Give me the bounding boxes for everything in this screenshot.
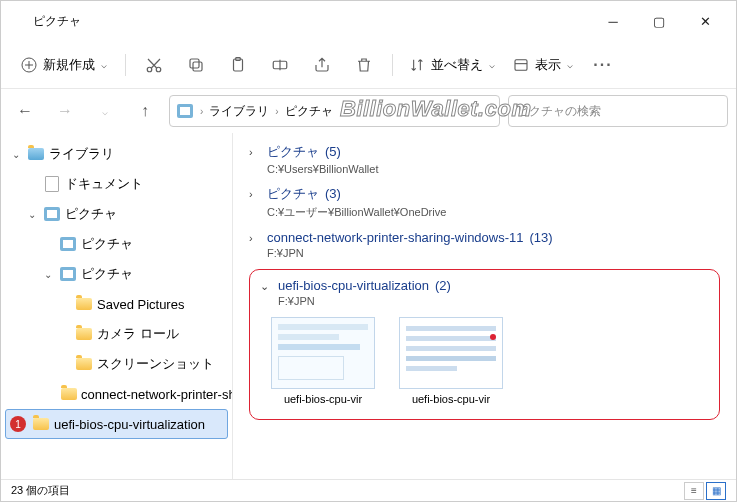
plus-circle-icon (21, 57, 37, 73)
chevron-right-icon: › (249, 146, 261, 158)
chevron-down-icon: ⌄ (9, 149, 23, 160)
chevron-down-icon: ⌄ (260, 280, 272, 293)
chevron-right-icon: › (249, 188, 261, 200)
app-icon (9, 13, 25, 29)
new-button[interactable]: 新規作成 ⌵ (13, 52, 115, 78)
status-bar: 23 個の項目 ≡ ▦ (1, 479, 736, 501)
nav-row: ← → ⌵ ↑ › ライブラリ › ピクチャ BillionWallet.com… (1, 89, 736, 133)
chevron-down-icon: ⌵ (489, 59, 495, 70)
group-uefi-bios[interactable]: ⌄uefi-bios-cpu-virtualization (2) F:¥JPN… (249, 269, 720, 420)
tree-screenshots[interactable]: スクリーンショット (1, 349, 232, 379)
content-pane: ›ピクチャ (5) C:¥Users¥BillionWallet ›ピクチャ (… (233, 133, 736, 479)
tree-pictures-sub2[interactable]: ⌄ピクチャ (1, 259, 232, 289)
file-name: uefi-bios-cpu-vir (284, 393, 362, 405)
tree-libraries[interactable]: ⌄ライブラリ (1, 139, 232, 169)
tree-saved-pictures[interactable]: Saved Pictures (1, 289, 232, 319)
toolbar: 新規作成 ⌵ 並べ替え ⌵ 表示 ⌵ ··· (1, 41, 736, 89)
group-pictures-2[interactable]: ›ピクチャ (3) C:¥ユーザー¥BillionWallet¥OneDrive (249, 185, 720, 220)
maximize-button[interactable]: ▢ (636, 5, 682, 37)
chevron-right-icon: › (275, 106, 278, 117)
delete-button[interactable] (346, 47, 382, 83)
item-count: 23 個の項目 (11, 483, 70, 498)
picture-icon (176, 103, 194, 119)
watermark: BillionWallet.com (340, 96, 531, 122)
forward-button[interactable]: → (49, 95, 81, 127)
titlebar: ピクチャ ─ ▢ ✕ (1, 1, 736, 41)
cut-button[interactable] (136, 47, 172, 83)
close-button[interactable]: ✕ (682, 5, 728, 37)
chevron-down-icon: ⌵ (567, 59, 573, 70)
tree-camera-roll[interactable]: カメラ ロール (1, 319, 232, 349)
tree-documents[interactable]: ドキュメント (1, 169, 232, 199)
address-bar[interactable]: › ライブラリ › ピクチャ BillionWallet.com (169, 95, 500, 127)
group-path: C:¥Users¥BillionWallet (267, 163, 720, 175)
svg-point-1 (147, 67, 152, 72)
rename-button[interactable] (262, 47, 298, 83)
tree-pictures-sub1[interactable]: ピクチャ (1, 229, 232, 259)
view-button[interactable]: 表示 ⌵ (507, 52, 579, 78)
nav-tree: ⌄ライブラリ ドキュメント ⌄ピクチャ ピクチャ ⌄ピクチャ Saved Pic… (1, 133, 233, 479)
group-path: F:¥JPN (278, 295, 709, 307)
group-path: F:¥JPN (267, 247, 720, 259)
thumbnails-view-button[interactable]: ▦ (706, 482, 726, 500)
tree-pictures[interactable]: ⌄ピクチャ (1, 199, 232, 229)
view-label: 表示 (535, 56, 561, 74)
chevron-down-icon: ⌵ (101, 59, 107, 70)
chevron-right-icon: › (249, 232, 261, 244)
up-button[interactable]: ↑ (129, 95, 161, 127)
group-connect-network[interactable]: ›connect-network-printer-sharing-windows… (249, 230, 720, 259)
crumb-libraries[interactable]: ライブラリ (209, 103, 269, 120)
new-label: 新規作成 (43, 56, 95, 74)
sort-label: 並べ替え (431, 56, 483, 74)
tree-connect-network[interactable]: connect-network-printer-shari (1, 379, 232, 409)
group-pictures-1[interactable]: ›ピクチャ (5) C:¥Users¥BillionWallet (249, 143, 720, 175)
search-placeholder: ピクチャの検索 (517, 103, 601, 120)
group-path: C:¥ユーザー¥BillionWallet¥OneDrive (267, 205, 720, 220)
window-title: ピクチャ (33, 13, 590, 30)
chevron-down-icon: ⌄ (41, 269, 55, 280)
svg-point-2 (156, 67, 161, 72)
minimize-button[interactable]: ─ (590, 5, 636, 37)
file-thumb-2[interactable]: uefi-bios-cpu-vir (396, 317, 506, 405)
annotation-badge: 1 (10, 416, 26, 432)
details-view-button[interactable]: ≡ (684, 482, 704, 500)
file-name: uefi-bios-cpu-vir (412, 393, 490, 405)
copy-button[interactable] (178, 47, 214, 83)
share-button[interactable] (304, 47, 340, 83)
crumb-pictures[interactable]: ピクチャ (285, 103, 333, 120)
svg-rect-8 (515, 59, 527, 70)
recent-button[interactable]: ⌵ (89, 95, 121, 127)
svg-rect-4 (190, 59, 199, 68)
paste-button[interactable] (220, 47, 256, 83)
layout-icon (513, 57, 529, 73)
sort-icon (409, 57, 425, 73)
more-button[interactable]: ··· (585, 47, 621, 83)
file-thumb-1[interactable]: uefi-bios-cpu-vir (268, 317, 378, 405)
search-input[interactable]: ピクチャの検索 (508, 95, 728, 127)
svg-rect-3 (193, 62, 202, 71)
chevron-right-icon: › (200, 106, 203, 117)
chevron-down-icon: ⌄ (25, 209, 39, 220)
back-button[interactable]: ← (9, 95, 41, 127)
tree-uefi-bios[interactable]: 1uefi-bios-cpu-virtualization (5, 409, 228, 439)
sort-button[interactable]: 並べ替え ⌵ (403, 52, 501, 78)
